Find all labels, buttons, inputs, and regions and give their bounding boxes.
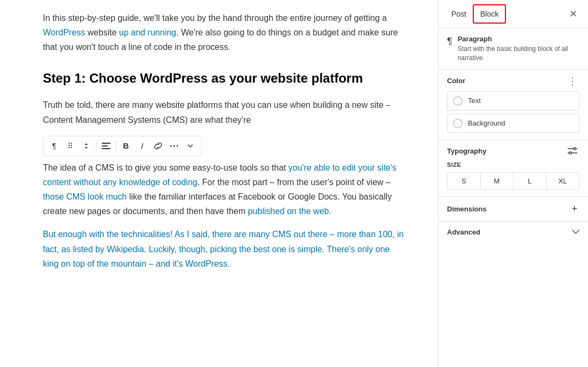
block-info: ¶ Paragraph Start with the basic buildin… (438, 28, 588, 70)
block-title: Paragraph (458, 35, 579, 43)
wordpress-link[interactable]: WordPress (43, 28, 85, 37)
move-btn[interactable] (79, 138, 94, 153)
content-paragraph-1: In this step-by-step guide, we'll take y… (43, 11, 406, 55)
more-options-btn[interactable] (167, 138, 182, 153)
chevron-down-icon (572, 230, 579, 234)
sidebar: Post Block ✕ ¶ Paragraph Start with the … (438, 0, 588, 367)
close-button[interactable]: ✕ (565, 6, 582, 22)
size-s-btn[interactable]: S (448, 173, 481, 189)
block-description: Start with the basic building block of a… (458, 45, 579, 63)
main-content: In this step-by-step guide, we'll take y… (0, 0, 438, 367)
color-section-header: Color ⋮ (447, 76, 579, 86)
color-title: Color (447, 77, 465, 85)
advanced-section: Advanced (438, 222, 588, 243)
typography-more-btn[interactable] (565, 146, 579, 156)
size-label: SIZE (447, 162, 579, 168)
svg-point-9 (569, 152, 571, 154)
svg-rect-1 (102, 145, 108, 146)
step1-heading: Step 1: Choose WordPress as your website… (43, 68, 406, 90)
dimensions-title: Dimensions (447, 205, 487, 213)
text-color-label: Text (468, 97, 481, 105)
content-paragraph-4: But enough with the technicalities! As I… (43, 227, 406, 271)
content-paragraph-3: The idea of a CMS is to give you some ea… (43, 160, 406, 219)
content-paragraph-2: Truth be told, there are many website pl… (43, 98, 406, 127)
dimensions-add-btn[interactable]: + (569, 203, 579, 215)
block-toolbar: ¶ ⠿ B I (43, 136, 202, 156)
svg-point-5 (177, 145, 178, 146)
typography-title: Typography (447, 147, 486, 155)
typography-header: Typography (447, 146, 579, 156)
svg-point-3 (170, 145, 172, 146)
typography-section: Typography SIZE S M L XL (438, 140, 588, 197)
svg-rect-2 (102, 148, 110, 149)
technicalities-link[interactable]: But enough with the technicalities! As I… (43, 230, 404, 268)
tab-block[interactable]: Block (473, 4, 506, 24)
paragraph-icon: ¶ (447, 36, 452, 47)
published-link[interactable]: published on the web (248, 207, 329, 216)
advanced-title: Advanced (447, 228, 480, 236)
align-btn[interactable] (99, 138, 114, 153)
toolbar-sep-2 (116, 141, 116, 151)
background-color-option[interactable]: Background (447, 114, 579, 133)
adv-header[interactable]: Advanced (447, 228, 579, 236)
able-link[interactable]: you're able to edit your site's content … (43, 163, 397, 187)
toolbar-sep-1 (96, 141, 96, 151)
size-m-btn[interactable]: M (481, 173, 514, 189)
paragraph-type-btn[interactable]: ¶ (47, 138, 62, 153)
dimensions-section: Dimensions + (438, 197, 588, 222)
size-options: S M L XL (447, 172, 579, 190)
cms-link[interactable]: those CMS look much (43, 192, 127, 201)
tab-post[interactable]: Post (445, 5, 473, 23)
svg-rect-0 (102, 143, 110, 144)
size-l-btn[interactable]: L (513, 173, 547, 189)
color-more-btn[interactable]: ⋮ (565, 76, 579, 86)
link-btn[interactable] (151, 138, 166, 153)
background-color-radio (453, 119, 463, 128)
color-section: Color ⋮ Text Background (438, 70, 588, 140)
dims-header: Dimensions + (447, 203, 579, 215)
background-color-label: Background (468, 119, 505, 127)
drag-handle-btn[interactable]: ⠿ (63, 138, 78, 153)
bold-btn[interactable]: B (118, 138, 133, 153)
block-info-text: Paragraph Start with the basic building … (458, 35, 579, 63)
up-running-link[interactable]: up and running (119, 28, 176, 37)
size-xl-btn[interactable]: XL (547, 173, 579, 189)
text-color-radio (453, 96, 463, 106)
text-color-option[interactable]: Text (447, 91, 579, 111)
svg-point-7 (574, 148, 576, 150)
sidebar-header: Post Block ✕ (438, 0, 588, 28)
svg-point-4 (174, 145, 175, 146)
chevron-down-btn[interactable] (183, 138, 198, 153)
italic-btn[interactable]: I (135, 138, 150, 153)
